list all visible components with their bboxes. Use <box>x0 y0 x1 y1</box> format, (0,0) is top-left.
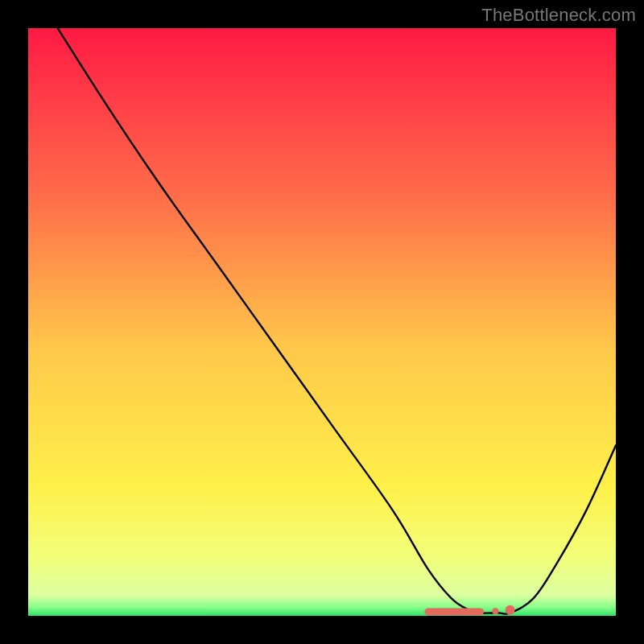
marker-run <box>424 608 484 615</box>
chart-svg <box>28 28 616 616</box>
chart-frame: TheBottleneck.com <box>0 0 644 644</box>
plot-area <box>28 28 616 616</box>
watermark-text: TheBottleneck.com <box>481 5 636 26</box>
marker-dot <box>506 605 515 615</box>
gradient-background <box>28 28 616 616</box>
marker-dot <box>492 608 498 614</box>
